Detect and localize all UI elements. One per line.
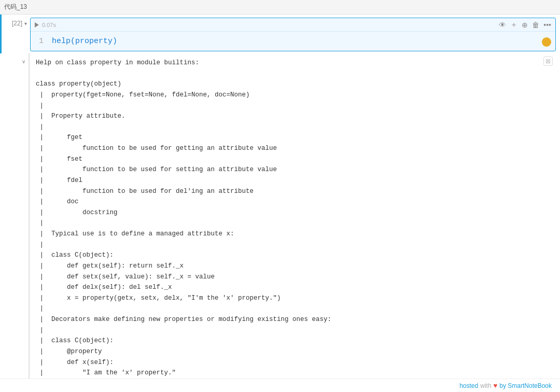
cell-timing: 0.07s [42, 22, 56, 28]
cell-collapse-icon[interactable]: ▾ [24, 21, 27, 26]
input-cell-wrapper: [22] ▾ 0.07s 👁 ＋ ⊕ 🗑 ••• [0, 15, 560, 53]
cell-status-icon [542, 37, 551, 47]
footer-brand-label: by SmartNoteBook [499, 382, 552, 389]
more-icon[interactable]: ••• [543, 21, 551, 29]
export-icon[interactable]: ⊕ [522, 21, 528, 29]
line-number: 1 [39, 37, 44, 46]
footer-heart-icon: ♥ [494, 382, 498, 389]
cell-gutter: [22] ▾ [2, 15, 30, 53]
footer-hosted-label: hosted [459, 382, 478, 389]
run-button[interactable] [35, 22, 39, 27]
cell-toolbar: 0.07s 👁 ＋ ⊕ 🗑 ••• [31, 18, 555, 32]
output-wrapper: ∨ ⊠ Help on class property in module bui… [0, 53, 560, 387]
notebook: [22] ▾ 0.07s 👁 ＋ ⊕ 🗑 ••• [0, 15, 560, 392]
output-collapse-icon[interactable]: ∨ [22, 59, 25, 64]
output-cell: ⊠ Help on class property in module built… [29, 53, 556, 383]
cell-number: [22] [12, 20, 22, 27]
output-text: Help on class property in module builtin… [36, 58, 550, 379]
cell-code-content[interactable]: 1help(property) [31, 32, 555, 51]
trash-icon[interactable]: 🗑 [532, 21, 539, 29]
code-text[interactable]: help(property) [52, 37, 117, 46]
add-icon[interactable]: ＋ [510, 20, 517, 30]
eye-icon[interactable]: 👁 [499, 21, 506, 29]
footer: hosted with ♥ by SmartNoteBook [0, 379, 560, 392]
cell-toolbar-right: 👁 ＋ ⊕ 🗑 ••• [499, 20, 551, 30]
input-cell: 0.07s 👁 ＋ ⊕ 🗑 ••• 1help(property) [30, 18, 556, 51]
tab-label: 代码_13 [4, 3, 27, 11]
output-gutter: ∨ [0, 53, 29, 387]
cell-toolbar-left: 0.07s [35, 22, 56, 28]
tab-bar: 代码_13 [0, 0, 560, 15]
footer-with-label: with [480, 382, 491, 389]
output-close-button[interactable]: ⊠ [543, 57, 553, 66]
